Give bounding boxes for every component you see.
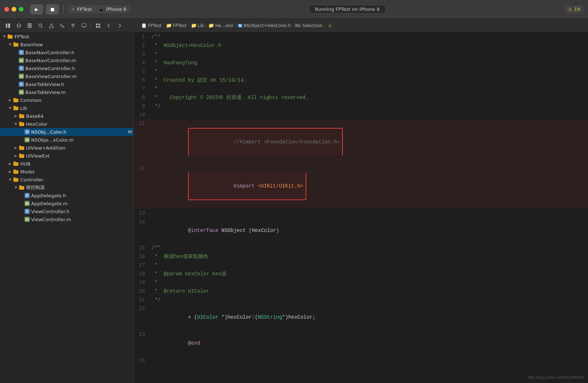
line-code-5[interactable]: * (150, 67, 588, 76)
line-code-9[interactable]: */ (150, 102, 588, 111)
breakpoints-btn[interactable] (14, 21, 24, 30)
line-num-21: 21 (134, 296, 150, 304)
sidebar-item-model[interactable]: Model (0, 168, 133, 176)
sidebar-item-baseviewcontroller-m[interactable]: m BaseViewController.m (0, 72, 133, 80)
breadcrumb-lib[interactable]: 📁 Lib (191, 23, 204, 28)
svg-marker-19 (83, 27, 85, 28)
filter-btn[interactable] (68, 21, 78, 30)
sidebar-item-viewcontroller-m[interactable]: m ViewController.m (0, 215, 133, 223)
line-code-23[interactable]: @end (150, 330, 588, 356)
sidebar-item-lib[interactable]: Lib (0, 104, 133, 112)
sidebar-item-baseview[interactable]: BaseView (0, 40, 133, 48)
code-line-13: 13 (134, 209, 588, 218)
code-line-10: 10 (134, 111, 588, 119)
hierarchy-btn[interactable] (25, 21, 35, 30)
code-editor[interactable]: 1 /** 2 * NSObject+HexColor.h 3 * 4 * Ha… (134, 33, 588, 383)
sidebar-item-basenavicontroller-h[interactable]: h BaseNaviController.h (0, 48, 133, 56)
sidebar-item-appdelegate-m[interactable]: m AppDelegate.m (0, 199, 133, 207)
stop-icon: ■ (50, 7, 54, 12)
sidebar-item-base64[interactable]: Base64 (0, 112, 133, 120)
line-code-16[interactable]: * 根据hex值获取颜色 (150, 252, 588, 261)
code-line-24: 24 (134, 356, 588, 365)
forward-btn[interactable] (115, 21, 125, 30)
sidebar-item-controller[interactable]: Controller (0, 176, 133, 184)
sidebar-item-root-controller[interactable]: 根控制器 (0, 184, 133, 192)
line-code-20[interactable]: * @return UIColor (150, 287, 588, 296)
line-num-17: 17 (134, 261, 150, 270)
line-code-10[interactable] (150, 111, 588, 119)
m-badge-appdelegate: m (25, 201, 30, 206)
sidebar-item-nsobject-hexcolor-m[interactable]: m NSObje...xColor.m (0, 136, 133, 144)
label-uiviewext: UIViewExt (26, 153, 132, 159)
search-btn[interactable] (35, 21, 46, 30)
line-code-19[interactable]: * (150, 278, 588, 287)
sidebar-item-nsobject-hexcolor-h[interactable]: h NSObj...Color.h M (0, 128, 133, 136)
svg-rect-5 (27, 25, 32, 26)
git-btn[interactable] (57, 21, 67, 30)
code-line-23: 23 @end (134, 330, 588, 356)
line-code-7[interactable]: * (150, 85, 588, 93)
sidebar-item-hub[interactable]: HUB (0, 160, 133, 168)
line-code-2[interactable]: * NSObject+HexColor.h (150, 41, 588, 50)
minimize-button[interactable] (12, 7, 16, 12)
warning-btn[interactable]: ! (46, 21, 56, 30)
arrow-root-controller (13, 185, 19, 190)
project-file-icon: 📋 (141, 23, 147, 28)
watermark: http://blog.csdn.net/u012848426 (528, 375, 584, 379)
line-code-13[interactable] (150, 209, 588, 218)
line-code-14[interactable]: @interface NSObject (HexColor) (150, 218, 588, 244)
breadcrumb-hexcolor[interactable]: 📁 He...olor (208, 23, 234, 28)
sidebar-item-appdelegate-h[interactable]: h AppDelegate.h (0, 192, 133, 199)
arrow-hexcolor (13, 121, 19, 127)
navigator-toggle-btn[interactable] (3, 21, 13, 30)
sidebar-item-viewcontroller-h[interactable]: h ViewController.h (0, 207, 133, 215)
breadcrumb-fptest-project[interactable]: 📋 FPTest (141, 23, 162, 28)
stop-button[interactable]: ■ (46, 4, 59, 14)
line-num-2: 2 (134, 41, 150, 50)
play-icon: ▶ (35, 7, 38, 12)
sidebar-item-hexcolor[interactable]: HexColor (0, 120, 133, 128)
label-baseviewcontroller-h: BaseViewController.h (25, 66, 132, 71)
sidebar-item-basenavicontroller-m[interactable]: m BaseNaviController.m (0, 56, 133, 64)
line-code-22[interactable]: + (UIColor *)hexColor:(NSString*)hexColo… (150, 304, 588, 330)
play-button[interactable]: ▶ (30, 4, 43, 14)
grid-view-btn[interactable] (93, 21, 103, 30)
maximize-button[interactable] (19, 7, 24, 12)
label-uiview-addition: UIView+Addition (26, 145, 132, 151)
project-selector[interactable]: ⚡ FPTest › 📱 iPhone 8 (68, 5, 130, 13)
sidebar-item-fptest[interactable]: FPTest (0, 33, 133, 40)
line-code-1[interactable]: /** (150, 33, 588, 41)
breadcrumb-file[interactable]: h NSObject+HexColor.h (238, 23, 291, 28)
line-code-8[interactable]: * Copyright © 2015年 好房通. All rights rese… (150, 93, 588, 102)
warnings-indicator[interactable]: ⚠️ 19 (564, 5, 584, 13)
close-button[interactable] (4, 7, 9, 12)
back-btn[interactable] (104, 21, 114, 30)
line-code-4[interactable]: * HaoFangTong (150, 59, 588, 67)
line-code-3[interactable]: * (150, 50, 588, 59)
sidebar-item-uiview-addition[interactable]: UIView+Addition (0, 144, 133, 152)
warning-icon: ⚠️ (568, 7, 572, 12)
label-viewcontroller-m: ViewController.m (31, 217, 132, 222)
breadcrumb-fptest-folder[interactable]: 📁 FPTest (166, 23, 187, 28)
line-code-11[interactable]: //#import <Foundation/Foundation.h> (150, 119, 588, 164)
line-code-15[interactable]: /** (150, 244, 588, 252)
line-code-18[interactable]: * @param hexColor hex值 (150, 270, 588, 278)
line-code-24[interactable] (150, 356, 588, 365)
line-code-21[interactable]: */ (150, 296, 588, 304)
folder-icon-2: 📁 (191, 23, 197, 28)
sidebar-item-basetableview-m[interactable]: m BaseTableView.m (0, 88, 133, 96)
line-num-7: 7 (134, 85, 150, 93)
line-code-12[interactable]: #import <UIKit/UIKit.h> (150, 164, 588, 209)
code-line-21: 21 */ (134, 296, 588, 304)
line-code-17[interactable]: * (150, 261, 588, 270)
comment-btn[interactable] (79, 21, 89, 30)
breadcrumb-no-selection[interactable]: No Selection (295, 23, 322, 28)
sidebar-item-common[interactable]: Common (0, 96, 133, 104)
code-line-9: 9 */ (134, 102, 588, 111)
sidebar-item-uiviewext[interactable]: UIViewExt (0, 152, 133, 160)
sidebar-item-baseviewcontroller-h[interactable]: h BaseViewController.h (0, 64, 133, 72)
m-badge-viewcontroller: m (25, 217, 30, 222)
sidebar-item-basetableview-h[interactable]: h BaseTableView.h (0, 80, 133, 88)
arrow-common (7, 97, 13, 103)
line-code-6[interactable]: * Created by 赵宏 on 15/10/14. (150, 76, 588, 85)
